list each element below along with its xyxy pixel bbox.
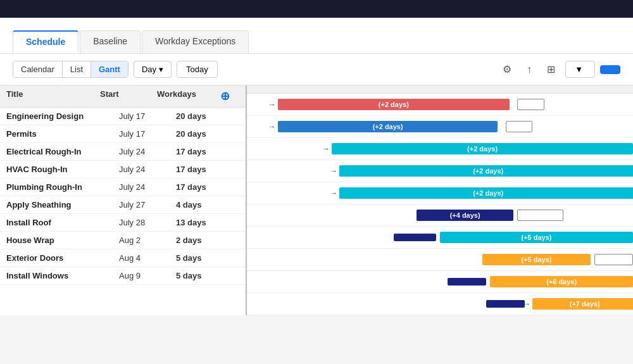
gantt-bar-7: (+5 days): [482, 254, 591, 265]
filter-button[interactable]: ▼: [565, 61, 595, 78]
row-title-0: Engineering Design: [6, 111, 119, 121]
row-start-5: July 27: [119, 200, 176, 210]
settings-icon[interactable]: ⚙: [498, 60, 517, 78]
gantt-bar-5: (+4 days): [417, 210, 513, 221]
row-workdays-6: 13 days: [176, 218, 239, 227]
table-row: Permits July 17 20 days: [0, 125, 246, 143]
table-row: Apply Sheathing July 27 4 days: [0, 196, 246, 214]
toolbar: Calendar List Gantt Day ▾ Today ⚙ ↑ ⊞ ▼: [0, 54, 633, 85]
row-workdays-5: 4 days: [176, 200, 239, 210]
row-start-8: Aug 4: [119, 253, 176, 263]
gantt-row-9: →(+7 days): [247, 293, 633, 315]
time-unit-select[interactable]: Day ▾: [134, 61, 172, 78]
row-workdays-1: 20 days: [176, 129, 239, 139]
row-start-4: July 24: [119, 182, 176, 192]
gantt-bar-extension: [506, 121, 533, 132]
row-start-1: July 17: [119, 129, 176, 139]
table-row: Exterior Doors Aug 4 5 days: [0, 249, 246, 267]
share-icon[interactable]: ↑: [522, 61, 537, 78]
row-workdays-4: 17 days: [176, 182, 239, 192]
gantt-bar-1: (+2 days): [278, 121, 498, 132]
row-workdays-8: 5 days: [176, 253, 239, 263]
gantt-bar-6: (+5 days): [440, 232, 633, 243]
gantt-chart: →(+2 days)→(+2 days)→(+2 days)→(+2 days)…: [247, 85, 633, 315]
table-row: Install Windows Aug 9 5 days: [0, 267, 246, 285]
filter-icon: ▼: [575, 65, 583, 74]
top-bar: [0, 0, 633, 18]
dependency-arrow: →: [322, 144, 330, 153]
gantt-bar-0: (+2 days): [278, 99, 510, 110]
row-workdays-0: 20 days: [176, 111, 239, 121]
list-view-btn[interactable]: List: [63, 61, 91, 77]
dependency-arrow: →: [330, 189, 337, 198]
gantt-bar-2: (+2 days): [332, 143, 633, 154]
dependency-arrow: →: [268, 122, 276, 131]
gantt-bar-extension: [517, 99, 544, 110]
row-title-9: Install Windows: [6, 271, 119, 280]
row-workdays-7: 2 days: [176, 235, 239, 245]
gantt-view-btn[interactable]: Gantt: [91, 61, 128, 77]
col-start: Start: [100, 89, 157, 103]
table-row: House Wrap Aug 2 2 days: [0, 232, 246, 249]
dependency-arrow: →: [330, 166, 337, 175]
calendar-view-btn[interactable]: Calendar: [13, 61, 63, 77]
row-title-2: Electrical Rough-In: [6, 147, 119, 156]
row-title-4: Plumbing Rough-In: [6, 182, 119, 192]
row-workdays-3: 17 days: [176, 165, 239, 174]
gantt-bar-8: (+6 days): [490, 276, 633, 287]
row-start-2: July 24: [119, 147, 176, 156]
row-workdays-2: 17 days: [176, 147, 239, 156]
time-unit-label: Day: [142, 65, 156, 74]
gantt-bar-extension: [594, 254, 633, 265]
col-title: Title: [6, 89, 100, 103]
today-button[interactable]: Today: [177, 61, 218, 78]
new-schedule-item-button[interactable]: [600, 65, 620, 74]
gantt-header: [247, 85, 633, 94]
header: Schedule Baseline Workday Exceptions: [0, 18, 633, 54]
gantt-bar-3: (+2 days): [339, 165, 633, 177]
gantt-row-2: →(+2 days): [247, 138, 633, 160]
row-title-1: Permits: [6, 129, 119, 139]
gantt-bar-navy: [394, 234, 436, 241]
chevron-down-icon: ▾: [159, 65, 163, 74]
gantt-bar-extension: [517, 210, 563, 221]
row-title-3: HVAC Rough-In: [6, 165, 119, 174]
tab-schedule[interactable]: Schedule: [13, 30, 78, 53]
table-row: Plumbing Rough-In July 24 17 days: [0, 179, 246, 196]
col-workdays: Workdays: [157, 89, 220, 103]
main-content: Title Start Workdays ⊕ Engineering Desig…: [0, 85, 633, 315]
row-start-7: Aug 2: [119, 235, 176, 245]
table-header: Title Start Workdays ⊕: [0, 85, 246, 108]
dependency-arrow: →: [268, 100, 276, 109]
table-row: Electrical Rough-In July 24 17 days: [0, 143, 246, 161]
tabs: Schedule Baseline Workday Exceptions: [13, 30, 620, 53]
table-body: Engineering Design July 17 20 days Permi…: [0, 108, 246, 285]
table-row: Engineering Design July 17 20 days: [0, 108, 246, 125]
gantt-row-8: →(+6 days): [247, 271, 633, 293]
gantt-row-6: (+5 days): [247, 227, 633, 249]
gantt-bar-navy: [448, 278, 486, 286]
table-row: HVAC Rough-In July 24 17 days: [0, 161, 246, 179]
gantt-bar-navy: [486, 300, 525, 308]
row-title-5: Apply Sheathing: [6, 200, 119, 210]
schedule-table: Title Start Workdays ⊕ Engineering Desig…: [0, 85, 247, 315]
add-column-icon[interactable]: ⊕: [220, 89, 239, 103]
gantt-row-1: →(+2 days): [247, 116, 633, 138]
gantt-row-7: (+5 days): [247, 249, 633, 271]
table-row: Install Roof July 28 13 days: [0, 214, 246, 232]
gantt-bar-4: (+2 days): [339, 187, 633, 199]
gantt-row-4: →(+2 days): [247, 182, 633, 204]
layout-icon[interactable]: ⊞: [542, 60, 560, 78]
gantt-rows: →(+2 days)→(+2 days)→(+2 days)→(+2 days)…: [247, 94, 633, 315]
view-toggle: Calendar List Gantt: [13, 61, 128, 78]
row-title-7: House Wrap: [6, 235, 119, 245]
gantt-row-5: (+4 days): [247, 204, 633, 227]
row-start-0: July 17: [119, 111, 176, 121]
gantt-row-3: →(+2 days): [247, 160, 633, 182]
tab-baseline[interactable]: Baseline: [80, 30, 141, 53]
tab-workday-exceptions[interactable]: Workday Exceptions: [142, 30, 249, 53]
row-start-6: July 28: [119, 218, 176, 227]
row-title-6: Install Roof: [6, 218, 119, 227]
row-start-9: Aug 9: [119, 271, 176, 280]
row-title-8: Exterior Doors: [6, 253, 119, 263]
